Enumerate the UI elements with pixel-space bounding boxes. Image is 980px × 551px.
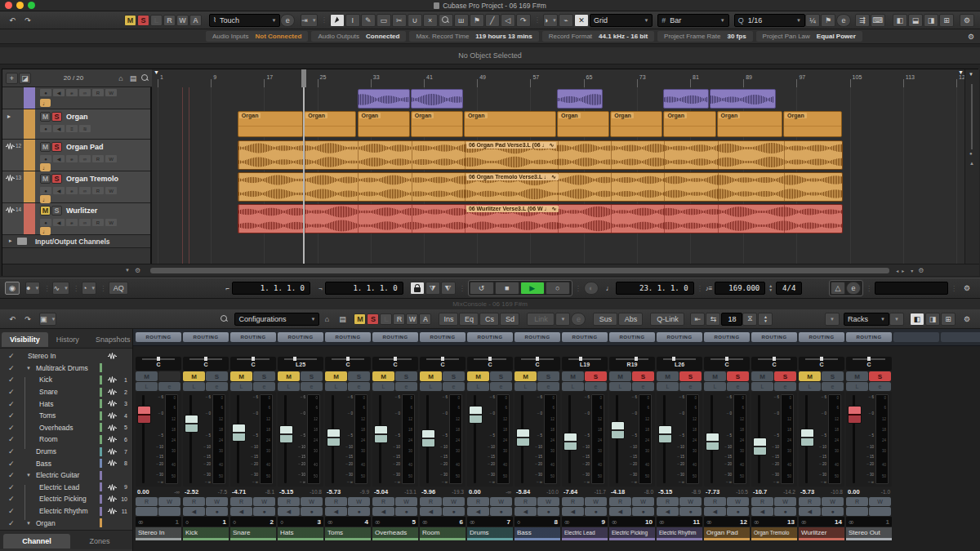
channel-filter-icon[interactable]: ⧖ [742,313,757,326]
folder-event-organ[interactable]: Organ [411,111,463,137]
strip-edit-button[interactable]: e [443,382,465,391]
automation-panel-icon[interactable]: e [280,14,295,27]
checkmark-icon[interactable]: ✓ [8,519,15,527]
mix-a-button[interactable]: A [419,313,431,325]
strip-record-button[interactable]: ● [301,507,323,516]
folder-icon[interactable]: ▸ [7,113,11,120]
folder-event-organ[interactable]: Organ [464,111,556,137]
audio-alignment-icon[interactable]: ⇶ [855,14,870,27]
strip-write-button[interactable]: W [537,497,559,506]
track-solo-button[interactable]: S [51,142,62,152]
strip-read-button[interactable]: R [230,497,252,506]
tempo-display[interactable]: 169.000 [715,282,765,295]
pan-control[interactable]: C [514,357,560,371]
strip-write-button[interactable]: W [348,497,370,506]
visibility-row[interactable]: ✓Snare2 [0,386,132,398]
strip-solo-button[interactable]: S [585,371,607,381]
tab-zones[interactable]: Zones [70,534,129,549]
routing-rack-header[interactable]: ROUTING [846,332,892,342]
strip-listen-button[interactable]: L [420,382,442,391]
strip-record-button[interactable]: ● [585,507,607,516]
visibility-row[interactable]: ✓Drums7 [0,446,132,458]
channel-name[interactable]: Electric Lead [562,527,608,540]
track-monitor-icon[interactable]: ◀ [53,187,65,194]
right-locator-flag-icon[interactable]: ¬ [318,285,323,292]
strip-read-button[interactable]: R [278,497,300,506]
project-gear-icon[interactable]: ⚙ [918,267,924,274]
mix-snapshot-camera-icon[interactable]: ▣▼ [39,313,56,326]
strip-record-button[interactable]: ● [727,507,749,516]
mix-redo-icon[interactable]: ↷ [20,313,35,326]
strip-mute-button[interactable]: M [325,371,347,381]
strip-mute-button[interactable]: M [751,371,773,381]
strip-write-button[interactable]: W [869,497,891,506]
mix-gear-icon[interactable]: ⚙ [960,313,974,326]
grid-type-select[interactable]: # Bar▼ [657,14,728,27]
record-mode-select[interactable]: ●▼ [25,282,40,295]
strip-mute-button[interactable]: M [230,371,252,381]
folder-event-organ[interactable]: Organ [717,111,783,137]
pan-control[interactable]: C [420,357,466,371]
draw-tool-icon[interactable]: ✎ [361,14,376,27]
tab-history[interactable]: History [48,332,87,347]
zoom-tool-icon[interactable] [439,14,453,27]
track-monitor-icon[interactable]: ◀ [53,89,65,96]
folder-open-icon[interactable]: ▼ [26,521,31,526]
visibility-row[interactable]: ✓▼Multitrack Drums [0,362,132,375]
vertical-scrollbar[interactable]: ▼ ● ▲ [964,69,979,264]
strip-listen-button[interactable]: L [136,382,158,391]
click-onoff-icon[interactable]: △ [831,282,845,295]
strip-solo-button[interactable]: S [822,371,844,381]
strip-record-button[interactable]: ● [774,507,796,516]
strip-monitor-button[interactable]: ◀ [230,507,252,516]
preroll-icon[interactable]: ◐ [584,282,599,295]
strip-solo-button[interactable] [158,371,180,381]
musical-mode-icon[interactable]: ♩ [40,195,51,203]
track-record-icon[interactable]: ● [40,125,51,132]
audio-record-mode-select[interactable]: ∿▼ [52,282,69,295]
checkmark-icon[interactable]: ✓ [8,424,15,432]
track-record-icon[interactable]: ● [40,89,51,96]
strip-record-button[interactable]: ● [822,507,844,516]
visibility-row[interactable]: ✓Room6 [0,433,132,446]
strip-read-button[interactable]: R [657,497,679,506]
folder-event-organ[interactable]: Organ [304,111,356,137]
strip-mute-button[interactable]: M [799,371,821,381]
strip-monitor-button[interactable]: ◀ [657,507,679,516]
pan-control[interactable]: C [183,357,229,371]
track-read-icon[interactable]: R [92,155,104,162]
strip-edit-button[interactable]: e [206,382,228,391]
strip-record-button[interactable]: ● [537,507,559,516]
strip-edit-button[interactable]: e [869,382,891,391]
strip-solo-button[interactable]: S [206,371,228,381]
strip-read-button[interactable]: R [799,497,821,506]
fader-cap[interactable] [800,429,814,447]
strip-solo-button[interactable]: S [253,371,275,381]
split-tool-icon[interactable]: ✂ [392,14,407,27]
track-filter-icon[interactable]: ◪ [19,73,31,84]
strip-solo-button[interactable]: S [490,371,512,381]
strip-read-button[interactable]: R [514,497,537,506]
track-record-icon[interactable]: ● [40,187,51,194]
pan-control[interactable]: C [704,357,750,371]
comp-tool-icon[interactable]: ⚑ [470,14,484,27]
strip-solo-button[interactable]: S [727,371,749,381]
project-end-marker-icon[interactable]: ▼ [958,69,964,75]
routing-rack-header[interactable]: ROUTING [609,332,655,342]
channel-name[interactable]: Room [420,527,466,540]
audio-event-purple[interactable] [411,89,463,109]
fader-cap[interactable] [516,429,530,447]
audio-event-organ[interactable]: 06 Organ Tremolo Verse3.L ♩ ∿ [238,172,844,202]
routing-rack-header[interactable]: ROUTING [278,332,323,342]
strip-edit-button[interactable]: e [490,382,512,391]
pan-control[interactable]: C [230,357,276,371]
tracklist-gear-icon[interactable]: ⚙ [135,267,140,274]
position-display[interactable]: 23. 1. 1. 0 [616,282,694,295]
fader-cap[interactable] [374,425,388,443]
track-row[interactable]: 13MSOrgan Tremolo●◀e∞RW♩ [2,171,152,203]
pan-control[interactable]: C [467,357,513,371]
strip-read-button[interactable]: R [609,497,631,506]
rack-eq-button[interactable]: Eq [459,313,479,326]
track-row[interactable]: ▸Input/Output Channels [2,235,152,248]
routing-rack-header[interactable]: ROUTING [799,332,844,342]
